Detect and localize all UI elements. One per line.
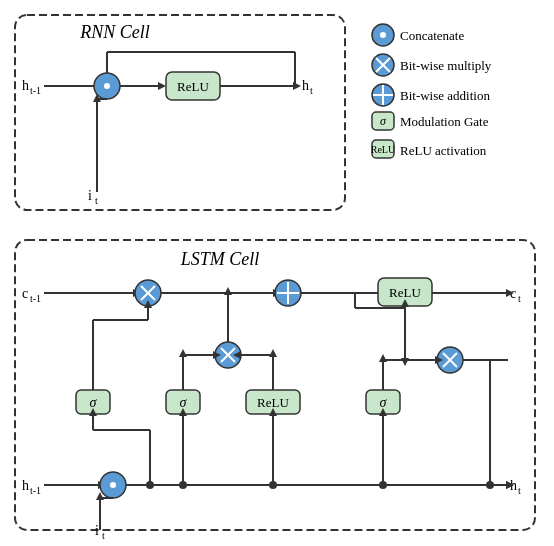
lstm-i-sub: t	[102, 530, 105, 541]
lstm-title: LSTM Cell	[180, 249, 260, 269]
lstm-relu-top: ReLU	[389, 285, 421, 300]
legend-multiply: Bit-wise multiply	[400, 58, 492, 73]
lstm-sigma3: σ	[380, 395, 388, 410]
lstm-i: i	[95, 523, 99, 538]
rnn-h-next-sub: t	[310, 85, 313, 96]
legend-concatenate: Concatenate	[400, 28, 464, 43]
lstm-h-prev: h	[22, 478, 29, 493]
lstm-sigma1: σ	[90, 395, 98, 410]
svg-point-82	[110, 482, 116, 488]
svg-rect-0	[15, 15, 345, 210]
rnn-i-sub: t	[95, 195, 98, 206]
legend-relu-icon: ReLU	[371, 144, 396, 155]
svg-point-17	[380, 32, 386, 38]
svg-point-102	[486, 481, 494, 489]
lstm-relu-mid: ReLU	[257, 395, 289, 410]
svg-point-98	[269, 481, 277, 489]
rnn-title: RNN Cell	[79, 22, 150, 42]
lstm-sigma2: σ	[180, 395, 188, 410]
rnn-relu: ReLU	[177, 79, 209, 94]
rnn-h-prev-sub: t-1	[30, 85, 41, 96]
svg-marker-3	[158, 82, 166, 90]
svg-point-101	[379, 481, 387, 489]
rnn-i: i	[88, 188, 92, 203]
svg-point-95	[179, 481, 187, 489]
legend-addition: Bit-wise addition	[400, 88, 490, 103]
svg-point-92	[146, 481, 154, 489]
rnn-h-prev: h	[22, 78, 29, 93]
svg-marker-71	[224, 287, 232, 295]
rnn-h-next: h	[302, 78, 309, 93]
legend-relu: ReLU activation	[400, 143, 487, 158]
lstm-c-next-sub: t	[518, 293, 521, 304]
diagram-container: RNN Cell h t-1 h t i t ReLU	[0, 0, 554, 546]
lstm-h-next-sub: t	[518, 485, 521, 496]
svg-point-12	[104, 83, 110, 89]
legend-modgate: Modulation Gate	[400, 114, 489, 129]
lstm-c-prev-sub: t-1	[30, 293, 41, 304]
lstm-h-prev-sub: t-1	[30, 485, 41, 496]
lstm-c-prev: c	[22, 286, 28, 301]
